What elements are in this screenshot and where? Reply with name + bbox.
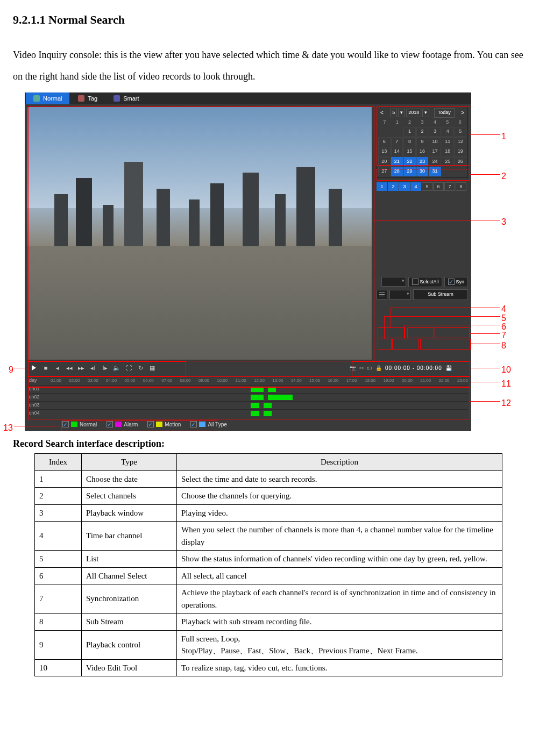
cell-index: 9 — [35, 630, 82, 659]
smart-icon — [114, 95, 120, 102]
tab-label: Normal — [43, 94, 62, 103]
cell-description: Show the status information of channels'… — [177, 551, 502, 568]
table-row: 8Sub StreamPlayback with sub stream reco… — [35, 614, 502, 631]
th-type: Type — [82, 454, 177, 471]
cell-description: Choose the channels for querying. — [177, 488, 502, 505]
table-row: 2Select channelsChoose the channels for … — [35, 488, 502, 505]
tab-bar: Normal Tag Smart — [25, 92, 471, 104]
description-table: Index Type Description 1Choose the dateS… — [34, 453, 502, 676]
cell-index: 4 — [35, 522, 82, 551]
th-desc: Description — [177, 454, 502, 471]
callout-13: 13 — [3, 422, 13, 434]
cell-index: 2 — [35, 488, 82, 505]
cell-index: 6 — [35, 567, 82, 584]
callout-12: 12 — [501, 397, 511, 410]
cell-type: Time bar channel — [82, 522, 177, 551]
tab-label: Smart — [123, 94, 139, 103]
table-row: 5ListShow the status information of chan… — [35, 551, 502, 568]
cell-type: Playback control — [82, 630, 177, 659]
checkbox-icon — [448, 279, 455, 285]
cell-type: List — [82, 551, 177, 568]
cell-type: Video Edit Tool — [82, 659, 177, 676]
table-row: 4Time bar channelWhen you select the num… — [35, 522, 502, 551]
cell-description: Full screen, Loop, Stop/Play、Pause、Fast、… — [177, 630, 502, 659]
channel-button[interactable]: 6 — [433, 182, 444, 191]
cell-type: Synchronization — [82, 584, 177, 614]
section-heading: 9.2.1.1 Normal Search — [13, 11, 526, 28]
syn-button[interactable]: Syn — [444, 277, 468, 288]
cell-index: 3 — [35, 504, 82, 522]
channel-button[interactable]: 2 — [388, 182, 399, 191]
cell-type: Choose the date — [82, 470, 177, 488]
btn-label: Sub Stream — [428, 291, 453, 298]
tab-normal[interactable]: Normal — [26, 92, 69, 104]
table-title: Record Search interface description: — [13, 437, 526, 451]
callout-1: 1 — [501, 130, 506, 143]
options-row-1: SelectAll Syn — [377, 277, 468, 288]
cell-description: Select the time and date to search recor… — [177, 470, 502, 488]
table-row: 7SynchronizationAchieve the playback of … — [35, 584, 502, 614]
tag-icon — [78, 95, 84, 102]
cell-index: 1 — [35, 470, 82, 488]
table-row: 6All Channel SelectAll select, all cance… — [35, 567, 502, 584]
select-all-button[interactable]: SelectAll — [408, 277, 442, 288]
callout-3: 3 — [501, 216, 506, 229]
callout-11: 11 — [501, 377, 511, 390]
list-icon — [379, 294, 385, 295]
cell-index: 10 — [35, 659, 82, 676]
list-page-dropdown[interactable] — [389, 290, 412, 299]
sub-stream-button[interactable]: Sub Stream — [413, 289, 468, 300]
cell-description: Achieve the playback of each channel's r… — [177, 584, 502, 614]
table-row: 9Playback controlFull screen, Loop, Stop… — [35, 630, 502, 659]
channel-button[interactable]: 3 — [399, 182, 410, 191]
table-row: 1Choose the dateSelect the time and date… — [35, 470, 502, 488]
cell-description: Playback with sub stream recording file. — [177, 614, 502, 631]
channel-button[interactable]: 1 — [377, 182, 387, 191]
checkbox-icon — [412, 279, 419, 285]
tab-label: Tag — [88, 94, 97, 103]
cell-type: All Channel Select — [82, 567, 177, 584]
callout-2: 2 — [501, 170, 506, 183]
annotated-figure: Normal Tag Smart < 5▾2018▾ Today > 71234… — [25, 92, 514, 431]
cell-index: 5 — [35, 551, 82, 568]
channel-button[interactable]: 5 — [422, 182, 432, 191]
timebar-channel-dropdown[interactable] — [381, 277, 406, 287]
cell-type: Sub Stream — [82, 614, 177, 631]
cell-description: Playing video. — [177, 504, 502, 522]
tab-tag[interactable]: Tag — [70, 92, 105, 104]
table-row: 10Video Edit ToolTo realize snap, tag, v… — [35, 659, 502, 676]
cell-type: Playback window — [82, 504, 177, 522]
callout-8: 8 — [501, 339, 506, 352]
options-row-2: Sub Stream — [377, 289, 468, 300]
callout-9: 9 — [9, 363, 13, 376]
cell-index: 8 — [35, 614, 82, 631]
cell-description: When you select the number of channels i… — [177, 522, 502, 551]
channel-selector[interactable]: 12345678 — [377, 182, 468, 191]
channel-button[interactable]: 7 — [444, 182, 455, 191]
btn-label: Syn — [456, 279, 464, 286]
btn-label: SelectAll — [420, 279, 438, 286]
tab-smart[interactable]: Smart — [106, 92, 146, 104]
list-button[interactable] — [377, 290, 387, 299]
th-index: Index — [35, 454, 82, 471]
cell-index: 7 — [35, 584, 82, 614]
intro-text: Video Inquiry console: this is the view … — [13, 45, 526, 87]
cell-type: Select channels — [82, 488, 177, 505]
table-row: 3Playback windowPlaying video. — [35, 504, 502, 522]
normal-icon — [33, 95, 40, 102]
channel-button[interactable]: 8 — [456, 182, 466, 191]
cell-description: All select, all cancel — [177, 567, 502, 584]
channel-button[interactable]: 4 — [410, 182, 421, 191]
cell-description: To realize snap, tag, video cut, etc. fu… — [177, 659, 502, 676]
callout-10: 10 — [501, 363, 511, 376]
